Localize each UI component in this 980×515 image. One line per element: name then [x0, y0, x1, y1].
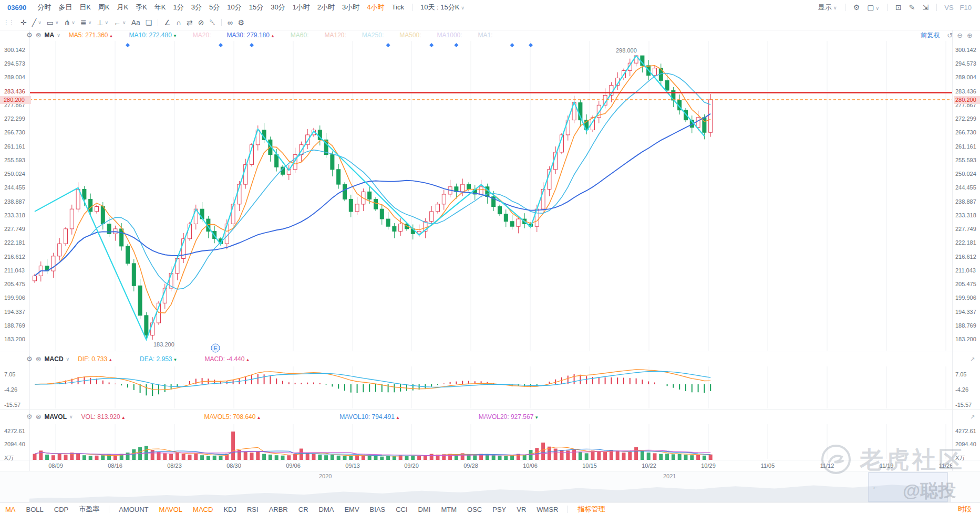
- mavol-indicator-name[interactable]: MAVOL: [45, 413, 67, 421]
- indicator-tab-EMV[interactable]: EMV: [344, 506, 359, 513]
- indicator-tab-PSY[interactable]: PSY: [492, 506, 506, 513]
- magnet-tool[interactable]: ∩: [176, 18, 181, 27]
- indicator-tab-BIAS[interactable]: BIAS: [370, 506, 386, 513]
- hide-drawings-tool[interactable]: ⊘: [198, 18, 204, 27]
- edit-icon[interactable]: ✎: [909, 3, 915, 12]
- indicator-tab-MAVOL[interactable]: MAVOL: [159, 506, 183, 513]
- zoom-in-icon[interactable]: ⊕: [967, 31, 973, 39]
- indicator-tab-AMOUNT[interactable]: AMOUNT: [119, 506, 148, 513]
- compare-tool[interactable]: ∞: [228, 18, 233, 27]
- move-tool[interactable]: ✛: [20, 18, 27, 27]
- timeframe-多日[interactable]: 多日: [58, 3, 72, 11]
- legend-item[interactable]: MA60:: [291, 31, 309, 39]
- legend-item[interactable]: VOL: 813.920▲: [81, 413, 126, 421]
- legend-item[interactable]: MAVOL10: 794.491▲: [339, 413, 399, 421]
- ma-close-icon[interactable]: ⊗: [36, 31, 42, 39]
- drawing-settings[interactable]: ⚙: [238, 18, 245, 27]
- legend-item[interactable]: MA1:: [478, 31, 493, 39]
- navigator-left-handle[interactable]: ←: [872, 483, 879, 491]
- indicator-tab-市盈率[interactable]: 市盈率: [79, 505, 99, 514]
- indicator-tab-OSC[interactable]: OSC: [467, 506, 482, 513]
- macd-close-icon[interactable]: ⊗: [36, 355, 42, 363]
- range-selector-dropdown[interactable]: 10天 : 15分K∨: [420, 3, 465, 12]
- indicator-tab-MACD[interactable]: MACD: [193, 506, 213, 513]
- indicator-tab-VR[interactable]: VR: [517, 506, 526, 513]
- session-button[interactable]: 时段: [958, 505, 972, 514]
- vertical-measure-tool[interactable]: ⊥∨: [97, 18, 108, 27]
- timeframe-1分[interactable]: 1分: [173, 3, 184, 11]
- timeframe-周K[interactable]: 周K: [98, 3, 110, 11]
- indicator-tab-CDP[interactable]: CDP: [54, 506, 68, 513]
- indicator-tab-BOLL[interactable]: BOLL: [26, 506, 44, 513]
- indicator-tab-DMI[interactable]: DMI: [418, 506, 431, 513]
- legend-item[interactable]: MA5: 271.360▲: [69, 31, 114, 39]
- earnings-event-icon[interactable]: E: [211, 344, 220, 352]
- timeframe-3小时[interactable]: 3小时: [342, 3, 359, 11]
- timeframe-10分[interactable]: 10分: [227, 3, 241, 11]
- timeframe-季K[interactable]: 季K: [136, 3, 147, 11]
- indicator-tab-CR[interactable]: CR: [298, 506, 308, 513]
- timeframe-30分[interactable]: 30分: [271, 3, 285, 11]
- legend-item[interactable]: DEA: 2.953▼: [140, 355, 177, 363]
- legend-item[interactable]: MA250:: [362, 31, 384, 39]
- symbol-code[interactable]: 03690: [7, 4, 26, 12]
- timeframe-月K[interactable]: 月K: [117, 3, 129, 11]
- indicator-tab-CCI[interactable]: CCI: [396, 506, 407, 513]
- legend-item[interactable]: MAVOL20: 927.567▼: [479, 413, 539, 421]
- macd-indicator-name[interactable]: MACD: [45, 355, 64, 363]
- legend-item[interactable]: MA500:: [399, 31, 421, 39]
- indicator-tab-RSI[interactable]: RSI: [247, 506, 259, 513]
- f10-button[interactable]: F10: [960, 4, 972, 12]
- compare-button[interactable]: VS: [944, 4, 953, 12]
- mavol-expand-icon[interactable]: ↗: [970, 414, 975, 421]
- screenshot-icon[interactable]: ⊡: [895, 3, 902, 12]
- indicator-tab-ARBR[interactable]: ARBR: [269, 506, 288, 513]
- forward-adjust-button[interactable]: 前复权: [921, 31, 940, 40]
- indicator-tab-WMSR[interactable]: WMSR: [537, 506, 558, 513]
- timeframe-分时[interactable]: 分时: [37, 3, 51, 11]
- mavol-close-icon[interactable]: ⊗: [36, 413, 42, 421]
- note-tool[interactable]: ❏: [146, 18, 152, 27]
- timeframe-年K[interactable]: 年K: [154, 3, 166, 11]
- timeframe-Tick[interactable]: Tick: [392, 3, 404, 11]
- chart-settings-icon[interactable]: ⚙: [853, 3, 860, 12]
- parallel-lines-tool[interactable]: ≣∨: [80, 18, 91, 27]
- timeframe-15分[interactable]: 15分: [249, 3, 263, 11]
- legend-item[interactable]: MA30: 279.180▲: [226, 31, 274, 39]
- macd-settings-icon[interactable]: ⚙: [26, 355, 33, 363]
- legend-item[interactable]: MA10: 272.480▼: [129, 31, 177, 39]
- indicator-tab-MTM[interactable]: MTM: [441, 506, 457, 513]
- rectangle-tool[interactable]: ▭∨: [47, 18, 59, 27]
- event-markers-layer[interactable]: [126, 43, 533, 47]
- text-tool[interactable]: Aa: [131, 18, 140, 27]
- toolbar-drag-handle[interactable]: ⋮⋮: [3, 19, 14, 26]
- angle-tool[interactable]: ∠: [164, 18, 171, 27]
- chart-canvas[interactable]: ←→ E: [0, 0, 980, 515]
- chart-style-dropdown[interactable]: ▢∨: [867, 3, 879, 12]
- legend-item[interactable]: MA1000:: [437, 31, 462, 39]
- indicator-tab-DMA[interactable]: DMA: [319, 506, 334, 513]
- mavol-settings-icon[interactable]: ⚙: [26, 413, 33, 421]
- legend-item[interactable]: MACD: -4.440▲: [204, 355, 250, 363]
- legend-item[interactable]: MA20:: [193, 31, 211, 39]
- delete-drawings-tool[interactable]: ␡: [209, 18, 215, 27]
- display-dropdown[interactable]: 显示∨: [818, 3, 837, 12]
- trendline-tool[interactable]: ╱∨: [32, 18, 42, 27]
- legend-item[interactable]: MA120:: [325, 31, 346, 39]
- indicator-tab-指标管理[interactable]: 指标管理: [577, 505, 605, 514]
- reset-view-icon[interactable]: ↺: [947, 31, 953, 39]
- timeframe-3分[interactable]: 3分: [191, 3, 202, 11]
- ma-indicator-name[interactable]: MA: [45, 31, 55, 39]
- collapse-icon[interactable]: ⇲: [923, 3, 929, 12]
- zoom-out-icon[interactable]: ⊖: [957, 31, 963, 39]
- indicator-tab-MA[interactable]: MA: [5, 506, 16, 513]
- timeframe-5分[interactable]: 5分: [209, 3, 220, 11]
- timeframe-4小时[interactable]: 4小时: [367, 3, 384, 11]
- timeframe-1小时[interactable]: 1小时: [293, 3, 310, 11]
- indicator-tab-KDJ[interactable]: KDJ: [223, 506, 236, 513]
- ma-settings-icon[interactable]: ⚙: [26, 31, 33, 39]
- timeframe-2小时[interactable]: 2小时: [317, 3, 335, 11]
- timeframe-日K[interactable]: 日K: [79, 3, 91, 11]
- legend-item[interactable]: DIF: 0.733▲: [78, 355, 112, 363]
- swap-tool[interactable]: ⇄: [187, 18, 193, 27]
